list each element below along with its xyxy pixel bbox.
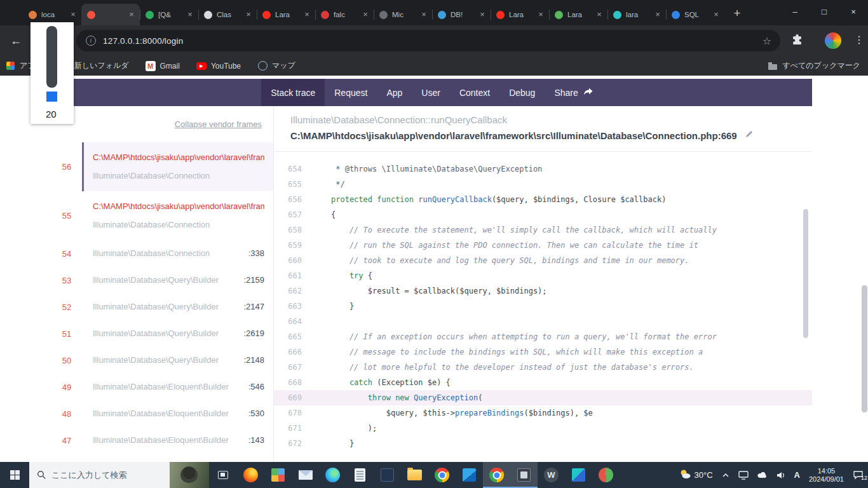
stack-frame[interactable]: 49Illuminate\Database\Eloquent\Builder:5… [51,374,273,400]
taskbar-app-pycharm[interactable] [565,462,592,488]
slider-track[interactable] [46,26,57,88]
browser-tab[interactable]: lara× [607,4,666,25]
taskbar-app-app-dark[interactable] [374,462,401,488]
address-bar[interactable]: i 127.0.0.1:8000/login ☆ [76,30,780,51]
frame-body: Illuminate\Database\Eloquent\Builder:530 [82,400,273,427]
code-scrollbar-thumb[interactable] [803,209,808,338]
stack-frame[interactable]: 53Illuminate\Database\Query\Builder:2159 [51,267,273,294]
tab-close-icon[interactable]: × [653,10,663,20]
tab-close-icon[interactable]: × [68,10,78,20]
frame-class: Illuminate\Database\Query\Builder [93,274,219,286]
browser-tab[interactable]: falc× [315,4,374,25]
taskbar-app-chrome[interactable] [428,462,456,488]
ignition-tab-debug[interactable]: Debug [499,79,545,106]
tab-close-icon[interactable]: × [419,10,429,20]
weather-temp: 30°C [695,470,713,480]
stack-frame[interactable]: 52Illuminate\Database\Query\Builder:2147 [51,294,273,320]
new-tab-button[interactable]: + [728,4,746,22]
taskbar-app-wordpress[interactable] [538,462,565,488]
stack-frame[interactable]: 51Illuminate\Database\Query\Builder:2619 [51,320,273,347]
taskbar-search-box[interactable]: ここに入力して検索 [29,462,209,488]
stack-frame[interactable]: 56C:\MAMP\htdocs\jisaku\app\vendor\larav… [51,142,273,191]
bookmark-item[interactable]: YouTube [196,62,241,71]
tab-close-icon[interactable]: × [594,10,604,20]
browser-tab[interactable]: × [81,4,140,25]
code-text: catch (Exception $e) { [302,375,451,390]
frames-panel-header: Collapse vendor frames [51,106,273,142]
taskbar-app-notepad[interactable] [346,462,374,488]
profile-avatar[interactable] [825,32,841,49]
taskbar-app-app-grid[interactable] [264,462,292,488]
extensions-icon[interactable] [792,34,803,48]
bookmark-star-icon[interactable]: ☆ [763,35,771,47]
ignition-tab-context[interactable]: Context [450,79,499,106]
browser-tab[interactable]: [Q&× [140,4,198,25]
taskbar-app-vscode[interactable] [456,462,483,488]
stack-frame[interactable]: 55C:\MAMP\htdocs\jisaku\app\vendor\larav… [51,191,273,240]
code-panel-header: Illuminate\Database\Connection::runQuery… [274,106,812,152]
tab-close-icon[interactable]: × [126,10,137,20]
tab-close-icon[interactable]: × [536,10,546,20]
edit-pencil-icon[interactable] [745,130,754,141]
notification-center-button[interactable]: 12 [848,470,868,480]
tab-title: SQL [684,11,711,18]
ignition-tab-user[interactable]: User [412,79,450,106]
line-number: 664 [274,314,302,329]
bookmark-label: マップ [272,60,295,71]
taskbar-clock[interactable]: 14:05 2024/09/01 [804,467,848,484]
back-button[interactable]: ← [5,30,27,51]
taskbar-app-mail[interactable] [292,462,319,488]
line-number: 669 [274,390,302,405]
ime-indicator[interactable]: A [790,470,804,480]
taskbar-app-capture[interactable] [510,462,538,488]
taskbar-app-explorer[interactable] [401,462,428,488]
browser-tab[interactable]: Lara× [549,4,607,25]
page-scrollbar-thumb[interactable] [862,285,867,412]
slider-handle[interactable] [46,92,57,102]
tray-expand-button[interactable] [717,473,734,478]
ignition-tab-app[interactable]: App [377,79,412,106]
bookmark-item[interactable]: マップ [257,60,295,71]
weather-widget[interactable]: 30°C [674,469,717,481]
search-icon [37,470,46,480]
tab-close-icon[interactable]: × [360,10,370,20]
collapse-vendor-frames-link[interactable]: Collapse vendor frames [175,119,262,129]
maximize-button[interactable]: □ [810,0,839,23]
task-view-button[interactable] [209,462,237,488]
taskbar-app-firefox[interactable] [237,462,264,488]
ignition-tab-request[interactable]: Request [325,79,377,106]
browser-tab[interactable]: Lara× [491,4,549,25]
tab-close-icon[interactable]: × [243,10,254,20]
ignition-tab-stack-trace[interactable]: Stack trace [261,79,325,106]
taskbar-app-app-colored[interactable] [592,462,620,488]
search-box-image[interactable] [170,462,209,488]
display-icon[interactable] [734,471,753,480]
stack-frame[interactable]: 50Illuminate\Database\Query\Builder:2148 [51,347,273,374]
frame-number: 49 [51,383,82,392]
all-bookmarks-button[interactable]: すべてのブックマーク [768,56,860,76]
site-info-icon[interactable]: i [86,36,96,46]
browser-tab[interactable]: Lara× [257,4,315,25]
start-button[interactable] [0,462,29,488]
cloud-icon[interactable] [753,471,772,478]
minimize-button[interactable]: – [780,0,810,23]
browser-tab[interactable]: DB!× [432,4,491,25]
tab-close-icon[interactable]: × [185,10,195,20]
tab-close-icon[interactable]: × [477,10,487,20]
close-button[interactable]: × [839,0,868,23]
stack-frame[interactable]: 54Illuminate\Database\Connection:338 [51,240,273,267]
stack-frame[interactable]: 47Illuminate\Database\Eloquent\Builder:1… [51,427,273,454]
browser-tab[interactable]: Clas× [198,4,257,25]
browser-tab[interactable]: Mic× [374,4,432,25]
browser-tab[interactable]: SQL× [666,4,724,25]
code-line: 654 * @throws \Illuminate\Database\Query… [274,161,812,177]
ignition-tab-share[interactable]: Share [545,79,602,106]
bookmark-item[interactable]: Gmail [146,61,180,71]
stack-frame[interactable]: 48Illuminate\Database\Eloquent\Builder:5… [51,400,273,427]
tab-close-icon[interactable]: × [711,10,721,20]
taskbar-app-edge[interactable] [319,462,346,488]
tab-close-icon[interactable]: × [302,10,312,20]
browser-menu-icon[interactable]: ⋮ [853,34,865,46]
volume-icon[interactable] [772,471,790,479]
taskbar-app-chrome-2[interactable] [483,462,510,488]
